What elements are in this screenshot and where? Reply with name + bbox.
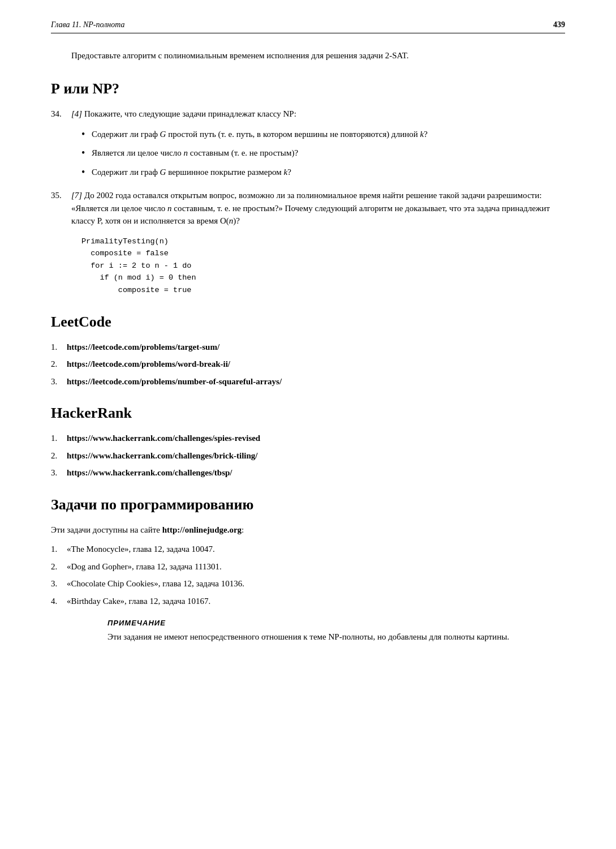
prog-num-3: 3. (51, 577, 67, 590)
hackerrank-list: 1. https://www.hackerrank.com/challenges… (51, 432, 565, 479)
leetcode-item-1: 1. https://leetcode.com/problems/target-… (51, 341, 565, 354)
leetcode-link-3: https://leetcode.com/problems/number-of-… (67, 375, 282, 388)
programming-item-2: 2. «Dog and Gopher», глава 12, задача 11… (51, 560, 565, 573)
prog-text-1: «The Monocycle», глава 12, задача 10047. (67, 543, 215, 556)
hackerrank-link-2: https://www.hackerrank.com/challenges/br… (67, 449, 258, 462)
problem-34-header: 34. [4] Покажите, что следующие задачи п… (51, 108, 565, 121)
prog-text-2: «Dog and Gopher», глава 12, задача 11130… (67, 560, 222, 573)
hackerrank-num-1: 1. (51, 432, 67, 445)
section-programming: Задачи по программированию Эти задачи до… (51, 496, 565, 644)
problem-35-number: 35. (51, 189, 71, 202)
programming-item-1: 1. «The Monocycle», глава 12, задача 100… (51, 543, 565, 556)
bullet-item-2: • Является ли целое число n составным (т… (81, 147, 565, 160)
prog-text-3: «Chocolate Chip Cookies», глава 12, зада… (67, 577, 244, 590)
hackerrank-link-1: https://www.hackerrank.com/challenges/sp… (67, 432, 260, 445)
leetcode-link-1: https://leetcode.com/problems/target-sum… (67, 341, 219, 354)
leetcode-link-2: https://leetcode.com/problems/word-break… (67, 358, 230, 371)
page-header: Глава 11. NP-полнота 439 (51, 20, 565, 33)
prog-num-4: 4. (51, 595, 67, 608)
bullet-dot-2: • (81, 147, 92, 160)
problem-35-text: [7] До 2002 года оставался открытым вопр… (71, 189, 565, 228)
section-p-or-np: Р или NP? 34. [4] Покажите, что следующи… (51, 80, 565, 297)
section-title-hackerrank: HackerRank (51, 405, 565, 422)
bullet-text-2: Является ли целое число n составным (т. … (92, 147, 298, 160)
problem-34-number: 34. (51, 108, 71, 121)
section-leetcode: LeetCode 1. https://leetcode.com/problem… (51, 314, 565, 388)
bullet-text-3: Содержит ли граф G вершинное покрытие ра… (92, 166, 291, 179)
leetcode-list: 1. https://leetcode.com/problems/target-… (51, 341, 565, 388)
note-text: Эти задания не имеют непосредственного о… (107, 631, 565, 644)
hackerrank-item-2: 2. https://www.hackerrank.com/challenges… (51, 449, 565, 462)
note-box: ПРИМЕЧАНИЕ Эти задания не имеют непосред… (51, 619, 565, 644)
hackerrank-link-3: https://www.hackerrank.com/challenges/tb… (67, 466, 232, 479)
hackerrank-num-2: 2. (51, 449, 67, 462)
problem-34: 34. [4] Покажите, что следующие задачи п… (51, 108, 565, 179)
prog-num-2: 2. (51, 560, 67, 573)
bullet-dot-3: • (81, 166, 92, 179)
bullet-text-1: Содержит ли граф G простой путь (т. е. п… (92, 128, 428, 141)
hackerrank-item-1: 1. https://www.hackerrank.com/challenges… (51, 432, 565, 445)
section-title-p-or-np: Р или NP? (51, 80, 565, 97)
section-title-leetcode: LeetCode (51, 314, 565, 331)
programming-intro: Эти задачи доступны на сайте http://onli… (51, 524, 565, 537)
leetcode-item-2: 2. https://leetcode.com/problems/word-br… (51, 358, 565, 371)
section-title-programming: Задачи по программированию (51, 496, 565, 513)
section-hackerrank: HackerRank 1. https://www.hackerrank.com… (51, 405, 565, 479)
bullet-item-1: • Содержит ли граф G простой путь (т. е.… (81, 128, 565, 141)
problem-35: 35. [7] До 2002 года оставался открытым … (51, 189, 565, 296)
prog-text-4: «Birthday Cake», глава 12, задача 10167. (67, 595, 210, 608)
problem-34-text: [4] Покажите, что следующие задачи прина… (71, 108, 565, 121)
leetcode-num-2: 2. (51, 358, 67, 371)
problem-35-header: 35. [7] До 2002 года оставался открытым … (51, 189, 565, 228)
note-title: ПРИМЕЧАНИЕ (107, 619, 565, 627)
bullet-dot-1: • (81, 128, 92, 141)
page: Глава 11. NP-полнота 439 Предоставьте ал… (0, 0, 616, 849)
leetcode-item-3: 3. https://leetcode.com/problems/number-… (51, 375, 565, 388)
programming-item-4: 4. «Birthday Cake», глава 12, задача 101… (51, 595, 565, 608)
code-block-primality: PrimalityTesting(n) composite = false fo… (81, 235, 565, 297)
intro-text: Предоставьте алгоритм с полиномиальным в… (71, 51, 408, 60)
prog-num-1: 1. (51, 543, 67, 556)
page-number: 439 (553, 20, 565, 29)
problem-34-bullets: • Содержит ли граф G простой путь (т. е.… (51, 128, 565, 179)
intro-paragraph: Предоставьте алгоритм с полиномиальным в… (51, 49, 565, 62)
bullet-item-3: • Содержит ли граф G вершинное покрытие … (81, 166, 565, 179)
leetcode-num-1: 1. (51, 341, 67, 354)
leetcode-num-3: 3. (51, 375, 67, 388)
programming-item-3: 3. «Chocolate Chip Cookies», глава 12, з… (51, 577, 565, 590)
hackerrank-item-3: 3. https://www.hackerrank.com/challenges… (51, 466, 565, 479)
hackerrank-num-3: 3. (51, 466, 67, 479)
chapter-title: Глава 11. NP-полнота (51, 20, 124, 29)
programming-list: 1. «The Monocycle», глава 12, задача 100… (51, 543, 565, 607)
